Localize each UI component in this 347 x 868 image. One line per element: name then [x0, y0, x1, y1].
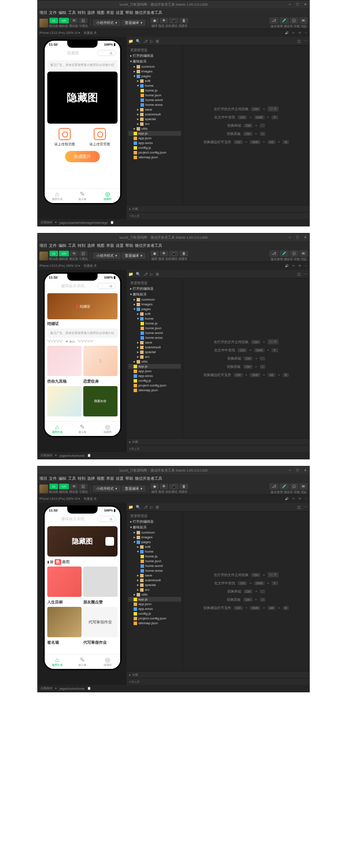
search-icon[interactable]: 🔍	[136, 505, 141, 509]
close-icon[interactable]: ×	[303, 468, 308, 472]
folder-save[interactable]: ▸ save	[128, 573, 181, 578]
file-app-json[interactable]: app.json	[128, 369, 181, 373]
ext-icon[interactable]: ⊞	[156, 272, 159, 276]
menu-item-1[interactable]: 文件	[49, 476, 57, 481]
rotate-icon[interactable]: ⟲	[298, 264, 301, 268]
page-path-value[interactable]: pages/home/home	[59, 454, 85, 457]
tab-1[interactable]: ✎趣头像	[70, 655, 95, 669]
cache-button[interactable]: 🗑	[180, 484, 188, 489]
menu-item-5[interactable]: 选择	[87, 10, 95, 16]
card-tattoo[interactable]: 💍	[83, 346, 118, 376]
remote-button[interactable]: 📱	[169, 251, 179, 256]
close-icon[interactable]: ×	[303, 2, 308, 7]
minimize-icon[interactable]: −	[288, 468, 292, 472]
file-home-wxss[interactable]: home.wxss	[128, 102, 181, 107]
cert-image[interactable]: 📕 结婚证	[47, 293, 118, 319]
file-config-js[interactable]: config.js	[128, 378, 181, 383]
upload-preview[interactable]: 请上传预览图	[54, 128, 75, 147]
compile-dropdown[interactable]: 普通编译 ▾	[121, 252, 146, 259]
hot-reload-toggle[interactable]: 热重载 关	[84, 264, 97, 268]
folder-home[interactable]: ▾ home	[128, 83, 181, 88]
more-icon[interactable]: ⋯	[304, 497, 308, 501]
rotate-icon[interactable]: ⟲	[298, 31, 301, 35]
minimize-icon[interactable]: −	[288, 235, 292, 239]
page-path-value[interactable]: pages/home/home	[59, 687, 85, 690]
folder-save[interactable]: ▸ save	[128, 340, 181, 345]
menu-item-4[interactable]: 转到	[78, 10, 85, 16]
file-app-json[interactable]: app.json	[128, 602, 181, 606]
cut-icon[interactable]: ✂	[292, 497, 295, 501]
debug-icon[interactable]: ▷	[150, 39, 153, 43]
debugger-button[interactable]: ⟲	[70, 18, 78, 23]
cache-button[interactable]: 🗑	[180, 251, 188, 256]
project-root[interactable]: ▾ 趣味娱乐	[128, 524, 181, 530]
menu-item-9[interactable]: 帮助	[125, 10, 133, 16]
folder-common[interactable]: ▸ common	[128, 64, 181, 69]
split-icon[interactable]: ◫	[297, 505, 301, 509]
folder-edit[interactable]: ▸ edit	[128, 311, 181, 316]
menu-item-2[interactable]: 编辑	[59, 243, 66, 249]
explorer-icon[interactable]: 📁	[128, 39, 133, 43]
editor-button[interactable]: </>	[59, 18, 69, 23]
ext-icon[interactable]: ⊞	[156, 505, 159, 509]
preview-button[interactable]: 👁	[160, 18, 168, 23]
mode-dropdown[interactable]: 小程序模式 ▾	[93, 20, 121, 26]
maximize-icon[interactable]: □	[295, 468, 300, 472]
visualizer-button[interactable]: ◫	[79, 18, 88, 23]
file-home-wxss[interactable]: home.wxss	[128, 568, 181, 573]
folder-scanresult[interactable]: ▸ scanresult	[128, 345, 181, 350]
device-selector[interactable]: iPhone 12/13 (Pro) 100% 16 ▾	[39, 264, 80, 268]
copy-icon[interactable]: 📋	[110, 221, 114, 224]
menu-item-4[interactable]: 转到	[78, 243, 85, 249]
project-root[interactable]: ▾ 趣味娱乐	[128, 292, 181, 297]
more-editor-icon[interactable]: ⋯	[304, 39, 308, 43]
version-button[interactable]: ⎇	[269, 250, 278, 257]
editor-button[interactable]: </>	[59, 484, 69, 489]
file-project-config[interactable]: project.config.json	[128, 616, 181, 621]
notify-button[interactable]: ✉	[299, 483, 308, 490]
git-icon[interactable]: ⎇	[143, 505, 147, 509]
avatar[interactable]	[39, 252, 48, 260]
card-3[interactable]	[47, 386, 82, 416]
search-icon[interactable]: 🔍	[136, 39, 141, 43]
tab-0[interactable]: ⌂趣图生成	[45, 655, 70, 669]
folder-save[interactable]: ▸ save	[128, 107, 181, 112]
menu-item-1[interactable]: 文件	[49, 243, 57, 249]
capsule-close-icon[interactable]: ◉	[107, 50, 115, 56]
preview-button[interactable]: 👁	[160, 484, 168, 489]
copy-icon[interactable]: 📋	[87, 454, 91, 457]
folder-spacial[interactable]: ▸ spacial	[128, 117, 181, 121]
menu-item-0[interactable]: 项目	[39, 243, 47, 249]
file-app-js[interactable]: app.js	[128, 131, 181, 136]
menu-item-3[interactable]: 工具	[68, 243, 76, 249]
details-button[interactable]: ⓘ	[290, 483, 298, 490]
menu-item-4[interactable]: 转到	[78, 476, 85, 481]
debugger-button[interactable]: ⟲	[70, 484, 78, 489]
folder-src[interactable]: ▸ src	[128, 121, 181, 126]
maximize-icon[interactable]: □	[295, 235, 300, 239]
more-icon[interactable]: ⋯	[304, 31, 308, 35]
sound-icon[interactable]: 🔊	[285, 264, 289, 268]
file-home-js[interactable]: home.js	[128, 88, 181, 93]
hot-reload-toggle[interactable]: 热重载 关	[84, 497, 97, 501]
menu-item-10[interactable]: 微信开发者工具	[135, 243, 162, 249]
more-icon[interactable]: ⋯	[304, 264, 308, 268]
tab-2[interactable]: ◎隐藏图	[95, 422, 120, 436]
file-sitemap[interactable]: sitemap.json	[128, 621, 181, 626]
mode-dropdown[interactable]: 小程序模式 ▾	[93, 252, 121, 259]
split-icon[interactable]: ◫	[297, 39, 301, 43]
file-app-wxss[interactable]: app.wxss	[128, 373, 181, 378]
notify-button[interactable]: ✉	[299, 250, 308, 257]
folder-edit[interactable]: ▸ edit	[128, 544, 181, 549]
generate-button[interactable]: 生成图片	[65, 151, 100, 162]
file-home-wxml[interactable]: home.wxml	[128, 331, 181, 335]
outline-bar[interactable]: ▸ 大纲	[127, 671, 309, 678]
menu-item-7[interactable]: 界面	[106, 10, 114, 16]
page-path-value[interactable]: pages/spacial/hideimage/hideimage	[59, 221, 108, 224]
folder-pages[interactable]: ▾ pages	[128, 307, 181, 311]
compile-button[interactable]: ◉	[151, 18, 159, 23]
folder-common[interactable]: ▸ common	[128, 530, 181, 535]
folder-pages[interactable]: ▾ pages	[128, 540, 181, 544]
folder-images[interactable]: ▸ images	[128, 69, 181, 74]
file-project-config[interactable]: project.config.json	[128, 150, 181, 155]
